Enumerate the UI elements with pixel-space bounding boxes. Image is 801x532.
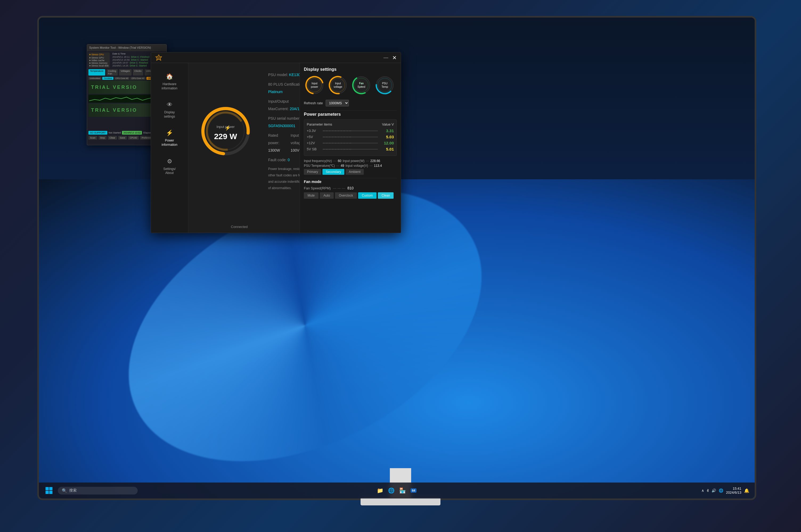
scan-btn[interactable]: Scan: [88, 136, 97, 140]
taskbar-notification-icon[interactable]: 🔔: [744, 488, 749, 493]
temp-buttons-row: Primary Secondary Ambient: [304, 169, 397, 175]
input-voltage-value: 100V~240V: [291, 148, 299, 152]
input-voltage-row: Input voltage: 100V~240V: [291, 132, 299, 154]
power-gauge-container: Input power ⚡ 229 W: [199, 104, 252, 158]
temp-label: PSU Temperature(℃): [304, 164, 335, 168]
refresh-rate-select[interactable]: 1000MS 500MS 2000MS: [326, 100, 349, 107]
sidebar-item-power[interactable]: ⚡ Powerinformation: [151, 125, 188, 152]
rated-power-label: Rated power:: [268, 133, 279, 145]
taskbar-store[interactable]: 🏪: [398, 486, 407, 495]
main-content: Input power ⚡ 229 W PSU model: KE1300P: [188, 63, 299, 233]
fan-clean-button[interactable]: Clean: [378, 192, 394, 199]
fault-desc: Power breakage, restart and other fault …: [268, 166, 299, 191]
taskbar-date: 2024/6/13: [726, 491, 741, 494]
display-settings-title: Display settings: [304, 67, 397, 72]
param-row-12v: +12V 12.00: [307, 141, 394, 145]
fan-auto-button[interactable]: Auto: [320, 192, 334, 199]
save-btn[interactable]: Save: [118, 136, 127, 140]
serial-label: PSU serial number:: [268, 116, 299, 120]
taskbar-speaker-icon[interactable]: 🔊: [711, 488, 716, 493]
params-section: Parameter items Value V +3.3V: [304, 119, 397, 156]
power-dash: —: [366, 159, 369, 163]
sidebar: 🏠 Hardwareinformation 👁 Displaysettings …: [151, 63, 188, 233]
fault-code-row: Fault code: 0: [268, 156, 299, 164]
fan-mute-button[interactable]: Mute: [304, 192, 318, 199]
sidebar-settings-label: Settings/About: [163, 167, 176, 175]
power-value: 228.66: [370, 159, 380, 163]
svg-rect-24: [49, 491, 52, 494]
fault-code-label: Fault code:: [268, 158, 287, 162]
monitor-stand-base: [361, 497, 440, 506]
connected-status: Connected: [231, 225, 248, 229]
taskbar-time: 15:41: [726, 487, 741, 491]
mini-gauge-input-power[interactable]: Inputpower: [304, 75, 325, 96]
param-5vsb-bar: [323, 149, 378, 150]
taskbar-edge[interactable]: 🌐: [387, 486, 396, 495]
window-body: 🏠 Hardwareinformation 👁 Displaysettings …: [151, 63, 401, 233]
power-gauge-svg: Input power ⚡ 229 W: [199, 104, 252, 158]
sidebar-display-label: Displaysettings: [164, 110, 175, 119]
stop-btn[interactable]: Stop: [98, 136, 107, 140]
sidebar-power-label: Powerinformation: [162, 138, 177, 147]
cert-row: 80 PLUS Certification: Platinum: [268, 81, 299, 95]
taskbar-left: 🔍 搜索: [44, 486, 138, 495]
value-v-label: Value V: [382, 122, 394, 126]
mini-gauge-input-power-label: Inputpower: [311, 82, 318, 89]
taskbar-file-explorer[interactable]: 📁: [376, 486, 384, 495]
refresh-rate-row: Refresh rate 1000MS 500MS 2000MS: [304, 100, 397, 107]
sidebar-item-display[interactable]: 👁 Displaysettings: [151, 97, 188, 124]
max-current-row: Input/Output MaxCurrent: 20A/135A: [268, 98, 299, 113]
taskbar-bluetooth-icon: Ꞗ: [707, 488, 709, 493]
primary-temp-button[interactable]: Primary: [304, 169, 321, 175]
fan-speed-value: 810: [347, 186, 353, 190]
start-button[interactable]: [44, 486, 54, 495]
close-button[interactable]: ✕: [392, 55, 397, 61]
voltage-value: 113.4: [374, 164, 382, 168]
cert-value: Platinum: [268, 90, 283, 94]
sidebar-item-settings[interactable]: ⚙ Settings/About: [151, 153, 188, 180]
taskbar: 🔍 搜索 📁 🌐 🏪 64 ∧ Ꞗ 🔊 🌐 15:41 2024/6: [39, 482, 755, 498]
minimize-button[interactable]: —: [383, 55, 388, 60]
param-3v3-value: 3.31: [381, 129, 394, 133]
temp-value: 49: [341, 164, 344, 168]
param-5v-bar: [323, 137, 378, 137]
param-row-5vsb: 5V SB 5.01: [307, 147, 394, 151]
taskbar-app-64[interactable]: 64: [409, 486, 418, 495]
mini-gauge-input-voltage[interactable]: Inputvoltage: [327, 75, 349, 96]
separator-1: [304, 110, 397, 111]
sidebar-item-hardware[interactable]: 🏠 Hardwareinformation: [151, 68, 188, 95]
refresh-label: Refresh rate: [304, 101, 323, 105]
window-controls: — ✕: [383, 55, 397, 61]
mini-gauge-psu-temp-label: PSUTemp: [382, 82, 388, 89]
clear-btn[interactable]: Clear: [108, 136, 117, 140]
param-row-5v: +5V 5.03: [307, 135, 394, 139]
secondary-temp-button[interactable]: Secondary: [323, 169, 344, 175]
param-12v-name: +12V: [307, 141, 320, 145]
search-placeholder: 搜索: [69, 488, 77, 493]
ambient-temp-button[interactable]: Ambient: [346, 169, 364, 175]
mini-gauge-fan-speed[interactable]: Fan 4 FanSpeed: [351, 75, 372, 96]
svg-rect-23: [45, 491, 49, 494]
svg-rect-21: [45, 487, 49, 490]
fan-overclock-button[interactable]: Overclock: [335, 192, 357, 199]
param-row-3v3: +3.3V 3.31: [307, 129, 394, 133]
taskbar-right: ∧ Ꞗ 🔊 🌐 15:41 2024/6/13 🔔: [702, 487, 749, 494]
taskbar-chevron-up-icon[interactable]: ∧: [702, 488, 704, 493]
param-5vsb-name: 5V SB: [307, 147, 320, 151]
param-12v-value: 12.00: [381, 141, 394, 145]
cpuid-btn[interactable]: CPUID: [128, 136, 139, 140]
fan-speed-label: Fan Speed(RPM): [304, 186, 331, 190]
gauge-value-text: 229 W: [214, 132, 237, 141]
windows-logo-icon: [45, 487, 53, 494]
max-current-value: 20A/135A: [290, 107, 299, 111]
taskbar-center: 📁 🌐 🏪 64: [376, 486, 418, 495]
freq-power-row: Input frequency(Hz) — 60 Input power(W) …: [304, 159, 397, 163]
taskbar-search-bar[interactable]: 🔍 搜索: [58, 487, 138, 494]
fan-custom-button[interactable]: Custom: [358, 192, 377, 199]
freq-value: 60: [338, 159, 341, 163]
app-logo-icon: [155, 54, 162, 61]
svg-rect-22: [49, 487, 52, 490]
power-icon: ⚡: [166, 130, 173, 136]
mini-gauge-psu-temp[interactable]: PSUTemp: [374, 75, 396, 96]
separator-2: [304, 178, 397, 178]
